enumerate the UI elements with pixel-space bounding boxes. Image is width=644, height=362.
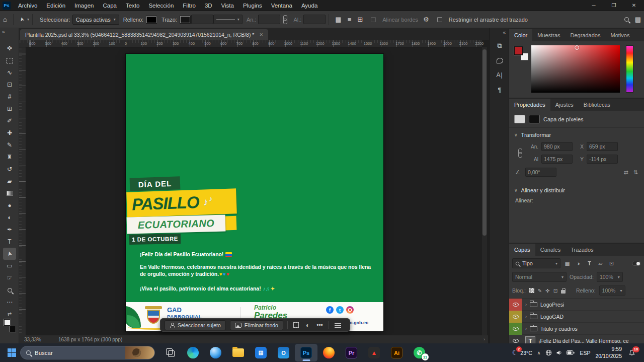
character-panel-icon[interactable]: A| bbox=[496, 70, 503, 80]
expand-group-icon[interactable]: › bbox=[525, 326, 527, 331]
menu-item-imagen[interactable]: Imagen bbox=[70, 0, 98, 11]
tab-color[interactable]: Color bbox=[509, 29, 532, 41]
expand-group-icon[interactable]: › bbox=[525, 314, 527, 319]
language-indicator[interactable]: ESP bbox=[580, 350, 590, 356]
move-tool[interactable]: ✜ bbox=[3, 42, 16, 54]
photoshop-icon[interactable]: Ps bbox=[295, 344, 317, 361]
y-field[interactable]: -114 px bbox=[587, 155, 618, 164]
search-icon[interactable] bbox=[621, 16, 632, 23]
link-wh-icon[interactable] bbox=[517, 149, 522, 158]
task-view-icon[interactable] bbox=[159, 344, 182, 361]
weather-widget[interactable]: ☾ 2 23°C bbox=[512, 349, 532, 356]
stroke-style-dropdown[interactable]: ▾ bbox=[213, 15, 243, 24]
filter-shape-layers-icon[interactable]: ▱ bbox=[596, 259, 605, 268]
lock-all-icon[interactable] bbox=[561, 290, 566, 294]
restore-icon[interactable]: ❐ bbox=[604, 0, 624, 11]
pen-tool[interactable]: ✒ bbox=[3, 224, 16, 236]
eraser-tool[interactable]: ▰ bbox=[3, 175, 16, 187]
file-explorer-icon[interactable] bbox=[227, 344, 250, 361]
filter-pixel-layers-icon[interactable]: ▦ bbox=[563, 259, 572, 268]
canvas[interactable]: DÍA DEL PASILLO ♪ ♪ ECUATORIANO 1 DE OCT… bbox=[126, 54, 383, 331]
scroll-right-icon[interactable]: › bbox=[484, 337, 485, 342]
whatsapp-icon[interactable]: ✆11 bbox=[408, 344, 431, 361]
firefox-icon[interactable] bbox=[317, 344, 340, 361]
collapse-panels-icon[interactable]: « bbox=[503, 30, 506, 35]
shape-tool[interactable]: ▭ bbox=[3, 260, 16, 272]
fill-swatch[interactable] bbox=[146, 16, 156, 23]
acrobat-icon[interactable]: ▲ bbox=[363, 344, 385, 361]
adjustment-icon[interactable]: ◐ bbox=[304, 322, 311, 329]
browser-icon[interactable] bbox=[204, 344, 227, 361]
path-alignment-icon[interactable]: ≡ bbox=[345, 16, 355, 23]
healing-brush-tool[interactable]: ✚ bbox=[3, 127, 16, 139]
tab-canales[interactable]: Canales bbox=[535, 244, 566, 256]
align-edges-checkbox[interactable] bbox=[371, 17, 376, 22]
premiere-icon[interactable]: Pr bbox=[340, 344, 363, 361]
tab-capas[interactable]: Capas bbox=[509, 244, 535, 256]
menu-item-plugins[interactable]: Plugins bbox=[238, 0, 267, 11]
illustrator-icon[interactable]: Ai bbox=[385, 344, 408, 361]
rectangular-marquee-tool[interactable] bbox=[3, 54, 16, 66]
layer-visibility-eye-icon[interactable] bbox=[513, 303, 519, 307]
foreground-background-swatches[interactable] bbox=[4, 319, 16, 332]
layer-filtering-toggle[interactable] bbox=[632, 261, 641, 266]
close-icon[interactable]: ✕ bbox=[624, 0, 644, 11]
workspace-icon[interactable]: ▤ bbox=[632, 16, 644, 23]
object-selection-tool[interactable]: ⊡ bbox=[3, 79, 16, 91]
properties-sliders-icon[interactable] bbox=[335, 323, 341, 328]
menu-item-filtro[interactable]: Filtro bbox=[178, 0, 200, 11]
current-tool-icon[interactable]: ➤ bbox=[17, 14, 26, 26]
scrollbar-thumb[interactable] bbox=[482, 49, 487, 236]
width-field[interactable]: 980 px bbox=[541, 142, 573, 151]
blur-tool[interactable]: ● bbox=[3, 199, 16, 211]
link-dimensions-icon[interactable] bbox=[282, 15, 287, 24]
clone-stamp-tool[interactable]: ♜ bbox=[3, 151, 16, 163]
store-icon[interactable]: ⊞ bbox=[250, 344, 272, 361]
zoom-tool[interactable] bbox=[3, 284, 16, 296]
constrain-drag-checkbox[interactable] bbox=[437, 17, 442, 22]
filter-smart-objects-icon[interactable]: ⊡ bbox=[607, 259, 616, 268]
more-options-icon[interactable]: ••• bbox=[315, 322, 325, 329]
type-tool[interactable]: T bbox=[3, 236, 16, 248]
layer-visibility-eye-icon[interactable] bbox=[513, 315, 519, 319]
filter-adjustment-layers-icon[interactable]: ◑ bbox=[574, 259, 583, 268]
libraries-panel-icon[interactable]: ⧉ bbox=[497, 41, 502, 50]
zoom-level[interactable]: 33,33% bbox=[24, 337, 41, 342]
background-color-swatch[interactable] bbox=[10, 326, 16, 332]
path-arrangement-icon[interactable]: ⊞ bbox=[354, 16, 366, 23]
default-swap-colors-icon[interactable]: ⇄ bbox=[3, 311, 16, 317]
hue-slider[interactable] bbox=[626, 45, 633, 93]
panel-color-swatches[interactable] bbox=[514, 46, 528, 60]
menu-item-capa[interactable]: Capa bbox=[98, 0, 121, 11]
flip-horizontal-icon[interactable]: ⇄ bbox=[624, 169, 628, 176]
menu-item-seleccin[interactable]: Selección bbox=[144, 0, 178, 11]
layer-row[interactable]: ›Titulo y cuadros bbox=[509, 323, 644, 335]
close-tab-icon[interactable]: ✕ bbox=[259, 32, 263, 37]
crop-tool[interactable]: # bbox=[3, 91, 16, 103]
blend-mode-dropdown[interactable]: Normal ▾ bbox=[512, 272, 567, 282]
flip-vertical-icon[interactable]: ⇅ bbox=[633, 169, 638, 176]
speaker-icon[interactable] bbox=[556, 349, 562, 356]
start-button[interactable] bbox=[3, 344, 20, 361]
network-icon[interactable] bbox=[545, 349, 552, 356]
layer-filter-dropdown[interactable]: Tipo ▾ bbox=[512, 258, 560, 268]
dodge-tool[interactable]: ◐ bbox=[3, 211, 16, 224]
notification-center[interactable]: 10 bbox=[627, 348, 637, 358]
saturation-brightness-picker[interactable] bbox=[531, 45, 620, 93]
menu-item-ventana[interactable]: Ventana bbox=[267, 0, 297, 11]
path-operations-icon[interactable]: ▦ bbox=[332, 16, 344, 23]
layer-row[interactable]: ›LogoGAD bbox=[509, 311, 644, 323]
layer-row[interactable]: ›LogoPresi bbox=[509, 299, 644, 311]
frame-tool[interactable]: ⊞ bbox=[3, 103, 16, 115]
shape-height-field[interactable] bbox=[303, 15, 326, 24]
height-field[interactable]: 1475 px bbox=[541, 155, 573, 164]
expand-group-icon[interactable]: › bbox=[525, 302, 527, 307]
edit-toolbar-icon[interactable]: ⋯ bbox=[3, 296, 16, 308]
menu-item-edicin[interactable]: Edición bbox=[42, 0, 70, 11]
menu-item-vista[interactable]: Vista bbox=[217, 0, 238, 11]
filter-type-layers-icon[interactable]: T bbox=[585, 259, 594, 268]
battery-icon[interactable] bbox=[567, 350, 575, 355]
home-icon[interactable]: ⌂ bbox=[0, 16, 10, 23]
edge-icon[interactable] bbox=[182, 344, 204, 361]
menu-item-3d[interactable]: 3D bbox=[200, 0, 217, 11]
